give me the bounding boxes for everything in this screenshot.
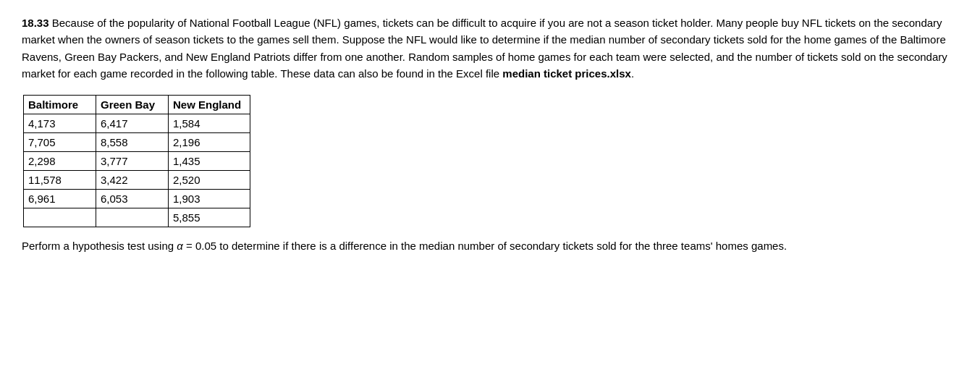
col-header-greenbay: Green Bay — [96, 96, 169, 114]
table-cell: 3,777 — [96, 152, 169, 171]
table-cell: 1,435 — [169, 152, 250, 171]
hypothesis-text-2: to determine if there is a difference in… — [216, 240, 787, 252]
col-header-newengland: New England — [169, 96, 250, 114]
table-cell: 2,298 — [24, 152, 96, 171]
problem-number: 18.33 — [22, 17, 49, 29]
table-cell — [96, 208, 169, 227]
table-cell: 1,903 — [169, 190, 250, 208]
table-cell: 1,584 — [169, 114, 250, 133]
filename-end: . — [631, 67, 634, 80]
table-cell: 6,053 — [96, 190, 169, 208]
table-row: 4,1736,4171,584 — [24, 114, 250, 133]
alpha-equals: = 0.05 — [183, 240, 216, 252]
table-row: 11,5783,4222,520 — [24, 171, 250, 190]
data-table: Baltimore Green Bay New England 4,1736,4… — [23, 95, 250, 227]
table-row: 2,2983,7771,435 — [24, 152, 250, 171]
table-cell: 11,578 — [24, 171, 96, 190]
table-cell: 3,422 — [96, 171, 169, 190]
table-cell: 8,558 — [96, 133, 169, 152]
table-cell: 5,855 — [169, 208, 250, 227]
table-row: 6,9616,0531,903 — [24, 190, 250, 208]
table-cell: 6,417 — [96, 114, 169, 133]
filename-bold: median ticket prices.xlsx — [502, 67, 631, 80]
table-cell: 4,173 — [24, 114, 96, 133]
table-row: 7,7058,5582,196 — [24, 133, 250, 152]
hypothesis-text-1: Perform a hypothesis test using — [22, 240, 177, 252]
table-header-row: Baltimore Green Bay New England — [24, 96, 250, 114]
table-cell: 6,961 — [24, 190, 96, 208]
table-cell: 7,705 — [24, 133, 96, 152]
content-wrapper: 18.33 Because of the popularity of Natio… — [22, 14, 948, 254]
problem-text: 18.33 Because of the popularity of Natio… — [22, 14, 948, 82]
col-header-baltimore: Baltimore — [24, 96, 96, 114]
hypothesis-text: Perform a hypothesis test using α = 0.05… — [22, 237, 948, 254]
intro-text: Because of the popularity of National Fo… — [22, 17, 947, 80]
table-cell: 2,520 — [169, 171, 250, 190]
table-cell: 2,196 — [169, 133, 250, 152]
table-row: 5,855 — [24, 208, 250, 227]
table-cell — [24, 208, 96, 227]
alpha-symbol: α — [177, 240, 183, 252]
